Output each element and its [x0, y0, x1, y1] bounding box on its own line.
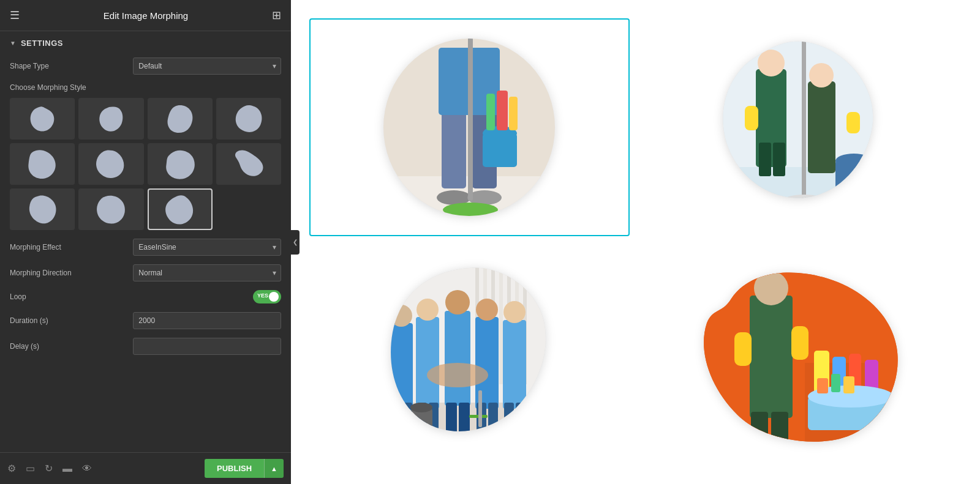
publish-button[interactable]: PUBLISH: [205, 459, 264, 478]
blob-shape-4-icon: [233, 102, 264, 136]
duration-row: Duration (s): [10, 312, 281, 329]
delay-input[interactable]: [133, 338, 281, 355]
duration-input[interactable]: [133, 312, 281, 329]
svg-point-22: [783, 195, 826, 207]
grid-icon[interactable]: ⊞: [272, 9, 281, 22]
svg-rect-78: [831, 374, 840, 392]
svg-rect-48: [446, 403, 457, 442]
svg-rect-59: [411, 409, 432, 436]
blob-shape-1-icon: [27, 102, 58, 136]
blob-shape-6-icon: [96, 147, 126, 181]
svg-rect-8: [468, 29, 473, 201]
svg-point-60: [410, 403, 432, 412]
settings-label: Settings: [21, 39, 63, 48]
svg-rect-77: [817, 378, 828, 393]
history-icon[interactable]: ↻: [45, 463, 53, 474]
morphing-direction-select[interactable]: Normal Reverse Alternate: [133, 264, 281, 281]
sidebar-footer: ⚙ ▭ ↻ ▬ 👁 PUBLISH ▲: [0, 452, 291, 484]
shape-item-3[interactable]: [148, 98, 213, 140]
toggle-yes-label: YES: [257, 292, 268, 299]
morphed-image-3: [380, 262, 558, 452]
morphed-image-2: [707, 32, 897, 222]
svg-rect-68: [734, 332, 752, 366]
blob-shape-3-icon: [165, 102, 195, 136]
footer-icons: ⚙ ▭ ↻ ▬ 👁: [7, 463, 92, 474]
main-content: [291, 0, 980, 484]
layers-icon[interactable]: ▭: [26, 463, 35, 474]
hamburger-icon[interactable]: ☰: [10, 9, 20, 22]
duration-control: [133, 312, 281, 329]
settings-arrow-icon: ▼: [10, 40, 16, 47]
collapse-tab[interactable]: ❮: [291, 230, 300, 255]
sidebar-header: ☰ Edit Image Morphing ⊞: [0, 0, 291, 31]
svg-rect-12: [497, 91, 508, 130]
svg-rect-53: [488, 403, 498, 439]
svg-rect-46: [445, 311, 470, 406]
loop-toggle[interactable]: YES: [253, 290, 281, 303]
svg-rect-25: [745, 106, 758, 130]
sidebar: ☰ Edit Image Morphing ⊞ ▼ Settings Shape…: [0, 0, 291, 484]
page-title: Edit Image Morphing: [20, 10, 272, 21]
svg-rect-28: [835, 161, 872, 192]
image-cell-2[interactable]: [642, 18, 962, 236]
loop-row: Loop YES: [10, 290, 281, 303]
svg-point-55: [503, 301, 526, 323]
shape-item-11[interactable]: [148, 188, 213, 230]
duration-label: Duration (s): [10, 316, 133, 325]
shape-item-2[interactable]: [78, 98, 143, 140]
shape-item-8[interactable]: [216, 143, 281, 185]
svg-rect-54: [503, 320, 526, 409]
shape-item-1[interactable]: [10, 98, 75, 140]
delay-label: Delay (s): [10, 342, 133, 351]
screen-icon[interactable]: ▬: [62, 463, 72, 474]
svg-rect-13: [509, 97, 518, 130]
morphing-effect-row: Morphing Effect EaseInSine EaseOutSine E…: [10, 239, 281, 256]
morphing-effect-control: EaseInSine EaseOutSine EaseInOutSine Lin…: [133, 239, 281, 256]
loop-label: Loop: [10, 292, 253, 301]
blob-shape-7-icon: [165, 147, 195, 181]
publish-chevron-button[interactable]: ▲: [264, 459, 284, 478]
shape-type-control: Default Custom: [133, 58, 281, 75]
svg-point-43: [417, 299, 439, 321]
shape-item-9[interactable]: [10, 188, 75, 230]
shape-item-4[interactable]: [216, 98, 281, 140]
blob-shape-10-icon: [96, 193, 126, 226]
gear-icon[interactable]: ⚙: [7, 463, 16, 474]
svg-rect-14: [486, 94, 495, 130]
svg-point-51: [476, 299, 498, 321]
svg-rect-21: [802, 39, 806, 204]
blob-shape-5-icon: [27, 147, 58, 181]
blob-shape-11-icon: [165, 193, 195, 226]
svg-rect-64: [750, 296, 793, 418]
morphed-image-1: [377, 29, 561, 225]
image-cell-4[interactable]: [642, 248, 962, 466]
shape-type-row: Shape Type Default Custom: [10, 58, 281, 75]
svg-point-18: [758, 50, 785, 76]
shape-item-10[interactable]: [78, 188, 143, 230]
delay-row: Delay (s): [10, 338, 281, 355]
sidebar-body: ▼ Settings Shape Type Default Custom C: [0, 31, 291, 484]
shape-item-6[interactable]: [78, 143, 143, 185]
morphing-effect-select[interactable]: EaseInSine EaseOutSine EaseInOutSine Lin…: [133, 239, 281, 256]
svg-rect-69: [791, 326, 809, 360]
morphing-direction-row: Morphing Direction Normal Reverse Altern…: [10, 264, 281, 281]
eye-icon[interactable]: 👁: [82, 463, 92, 474]
svg-rect-33: [499, 262, 503, 384]
settings-section: ▼ Settings Shape Type Default Custom C: [0, 31, 291, 371]
morphing-direction-label: Morphing Direction: [10, 269, 133, 277]
blob-shape-9-icon: [27, 193, 58, 226]
svg-rect-79: [843, 376, 854, 393]
shape-item-5[interactable]: [10, 143, 75, 185]
shape-item-7[interactable]: [148, 143, 213, 185]
svg-point-47: [445, 290, 470, 315]
svg-rect-11: [483, 133, 517, 167]
svg-rect-66: [751, 412, 768, 449]
svg-rect-20: [773, 143, 785, 176]
svg-rect-42: [416, 317, 439, 409]
image-cell-1[interactable]: [309, 18, 630, 236]
morphing-effect-select-wrapper: EaseInSine EaseOutSine EaseInOutSine Lin…: [133, 239, 281, 256]
image-cell-3[interactable]: [309, 248, 630, 466]
svg-rect-56: [504, 403, 514, 439]
shape-type-select[interactable]: Default Custom: [133, 58, 281, 75]
settings-header[interactable]: ▼ Settings: [10, 39, 281, 48]
